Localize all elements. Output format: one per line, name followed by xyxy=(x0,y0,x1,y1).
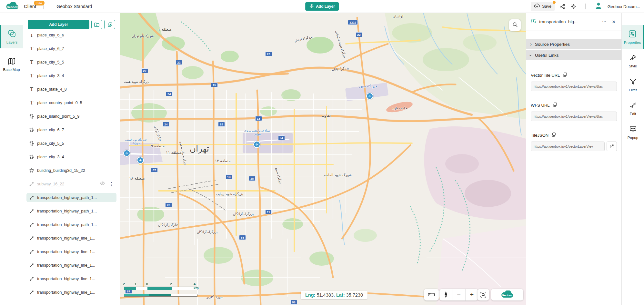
layer-item[interactable]: transportation_highway_line_1... xyxy=(26,261,116,270)
zoom-control-group: − + xyxy=(439,289,478,300)
layer-item[interactable]: place_island_point_5_9 xyxy=(26,112,116,121)
layer-type-icon xyxy=(29,209,34,214)
layer-item[interactable]: Tplace_state_4_8 xyxy=(26,84,116,94)
layer-menu-icon[interactable]: ⋮ xyxy=(109,181,114,187)
road-shield: 13 xyxy=(226,174,232,179)
layer-item[interactable]: Tplace_country_point_0_5 xyxy=(26,98,116,107)
chevron-down-icon: › xyxy=(528,54,534,56)
compass-button[interactable] xyxy=(439,289,452,300)
map-place-label: منطقه ۹ xyxy=(151,144,165,148)
layer-item[interactable]: transportation_highway_path_1... xyxy=(26,206,116,216)
visibility-off-icon[interactable] xyxy=(100,181,105,187)
tab-edit[interactable]: Edit xyxy=(622,97,644,121)
edit-pencil-icon xyxy=(629,102,637,110)
section-label: Useful Links xyxy=(535,53,559,58)
map-place-label: بزرگراه ارتش xyxy=(294,34,313,43)
road-shield: 58 xyxy=(290,300,297,305)
settings-gear-icon[interactable] xyxy=(570,4,576,9)
tilejson-url-input[interactable] xyxy=(531,142,605,151)
zoom-out-button[interactable]: − xyxy=(452,289,465,300)
map-place-label: بزرگراه آزادگان xyxy=(233,212,254,216)
layer-item[interactable]: Tplace_city_5_5 xyxy=(26,57,116,67)
section-source-properties[interactable]: › Source Properties xyxy=(526,39,621,49)
map-place-label: بزرگراه بابایی xyxy=(330,66,349,72)
copy-icon[interactable] xyxy=(562,72,567,78)
share-icon[interactable] xyxy=(560,4,565,9)
measure-button[interactable] xyxy=(424,289,439,300)
svg-text:T: T xyxy=(30,73,33,78)
map-place-label: بزرگراه شهید رجایی xyxy=(216,192,243,196)
map-place-label: شهرک گلریز xyxy=(206,295,223,299)
layer-type-icon xyxy=(29,168,34,173)
section-useful-links[interactable]: › Useful Links xyxy=(526,50,621,60)
layer-label: place_city_5_5 xyxy=(37,60,64,64)
add-layer-button-panel[interactable]: Add Layer xyxy=(28,20,89,29)
wfs-url-field: WFS URL xyxy=(531,102,617,121)
map-scale-bar: 21024 km xyxy=(124,282,197,297)
layer-item[interactable]: Tplace_city_6_6 xyxy=(26,34,116,40)
map-place-label: منطقه ۱۱ xyxy=(166,150,182,155)
save-button[interactable]: Save xyxy=(531,2,555,11)
field-label: Vector Tile URL xyxy=(531,73,560,78)
zoom-in-button[interactable]: + xyxy=(465,289,478,300)
layer-type-icon: T xyxy=(29,34,34,38)
layer-label: place_city_3_4 xyxy=(37,74,64,78)
layer-item[interactable]: transportation_highway_line_1... xyxy=(26,274,116,283)
tab-base-map[interactable]: Base Map xyxy=(0,53,23,76)
layer-item[interactable]: transportation_highway_line_1... xyxy=(26,233,116,243)
zoom-to-extent-button[interactable] xyxy=(478,289,489,300)
tab-filter[interactable]: Filter xyxy=(622,73,644,97)
add-layer-label: Add Layer xyxy=(316,4,335,9)
layer-type-icon xyxy=(29,141,34,146)
scale-labels: 21024 km xyxy=(124,282,197,287)
tab-layers[interactable]: Layers xyxy=(0,25,23,48)
layer-label: place_city_6_6 xyxy=(37,34,64,37)
layer-type-icon xyxy=(29,290,34,295)
svg-text:Geobox: Geobox xyxy=(502,294,512,297)
tab-style-label: Style xyxy=(629,64,637,68)
tab-properties[interactable]: Properties xyxy=(622,25,644,49)
layer-item[interactable]: transportation_highway_path_1... xyxy=(26,220,116,229)
properties-sliders-icon xyxy=(628,30,637,39)
road-shield: 24 xyxy=(166,92,173,96)
open-external-button[interactable] xyxy=(607,142,617,151)
add-group-button[interactable] xyxy=(91,20,102,29)
layer-item[interactable]: place_city_6_7 xyxy=(26,125,116,134)
copy-icon[interactable] xyxy=(552,102,557,108)
left-rail: Layers Base Map xyxy=(0,13,23,305)
app-root: Geobox Client Lite Geobox Standard Add L… xyxy=(0,0,644,305)
road-shield: 23 xyxy=(265,52,272,56)
style-brush-icon xyxy=(629,54,637,62)
copy-icon[interactable] xyxy=(551,132,556,138)
map-search-button[interactable] xyxy=(509,19,521,31)
layers-list: Tplace_city_6_6Tplace_city_6_7Tplace_cit… xyxy=(23,34,120,305)
map-canvas[interactable]: لواسانمنطقه ۱شهرک بام تهرانبزرگراه ارتشب… xyxy=(120,13,526,305)
add-layer-button-header[interactable]: Add Layer xyxy=(305,2,339,11)
layer-item[interactable]: place_city_5_5 xyxy=(26,139,116,148)
layer-type-icon: T xyxy=(29,73,34,78)
layer-item[interactable]: transportation_highway_line_1... xyxy=(26,247,116,256)
workspace-title: Geobox Standard xyxy=(56,4,92,9)
layer-item[interactable]: transportation_highway_line_1... xyxy=(26,288,116,297)
geobox-logo-icon[interactable]: Geobox xyxy=(4,2,21,11)
user-avatar[interactable] xyxy=(595,2,602,11)
layer-item[interactable]: building_building3d_15_22 xyxy=(26,166,116,175)
layer-item[interactable]: subway_16_22⋮ xyxy=(26,179,116,189)
tab-style[interactable]: Style xyxy=(622,49,644,73)
layer-item[interactable]: place_city_3_4 xyxy=(26,152,116,162)
layer-item[interactable]: Tplace_city_3_4 xyxy=(26,71,116,80)
duplicate-layer-button[interactable] xyxy=(104,20,115,29)
lite-badge: Lite xyxy=(34,1,45,5)
wfs-url-input[interactable] xyxy=(531,112,617,121)
save-label: Save xyxy=(542,4,551,9)
layer-item[interactable]: Tplace_city_6_7 xyxy=(26,44,116,53)
properties-panel: transportation_hig... ••• ✕ › Source Pro… xyxy=(526,13,621,305)
filter-funnel-icon xyxy=(629,78,637,86)
panel-close-icon[interactable]: ✕ xyxy=(610,19,617,25)
layer-item[interactable]: transportation_highway_path_1... xyxy=(26,193,116,202)
tab-popup[interactable]: Popup xyxy=(622,121,644,144)
panel-menu-icon[interactable]: ••• xyxy=(601,19,608,25)
map-place-label: فرودگاه بین المللی مهرآباد xyxy=(122,138,150,145)
vector-tile-url-input[interactable] xyxy=(531,82,617,91)
layer-label: transportation_highway_path_1... xyxy=(37,195,97,200)
